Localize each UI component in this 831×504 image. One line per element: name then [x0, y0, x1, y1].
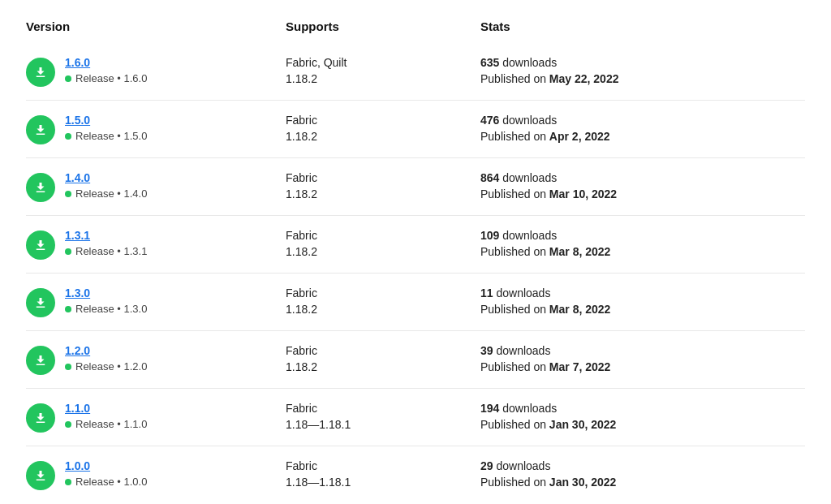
download-icon[interactable] — [26, 58, 55, 87]
table-row: 1.3.0 Release • 1.3.0 Fabric 1.18.2 11 d… — [26, 274, 805, 331]
version-tag: Release • 1.0.0 — [65, 476, 147, 488]
stats-cell: 39 downloads Published on Mar 7, 2022 — [480, 344, 805, 373]
download-icon[interactable] — [26, 230, 55, 260]
supports-name: Fabric — [286, 229, 480, 242]
supports-version: 1.18.2 — [286, 187, 480, 200]
version-number[interactable]: 1.3.1 — [65, 229, 147, 242]
table-row: 1.0.0 Release • 1.0.0 Fabric 1.18—1.18.1… — [26, 446, 805, 503]
stats-cell: 11 downloads Published on Mar 8, 2022 — [480, 286, 805, 316]
published-date: Published on Apr 2, 2022 — [480, 130, 805, 143]
version-number[interactable]: 1.4.0 — [65, 171, 147, 184]
version-cell: 1.0.0 Release • 1.0.0 — [26, 459, 286, 490]
published-date: Published on Jan 30, 2022 — [480, 418, 805, 431]
table-row: 1.1.0 Release • 1.1.0 Fabric 1.18—1.18.1… — [26, 389, 805, 446]
stats-cell: 476 downloads Published on Apr 2, 2022 — [480, 114, 805, 143]
version-tag: Release • 1.5.0 — [65, 130, 147, 142]
stats-cell: 864 downloads Published on Mar 10, 2022 — [480, 171, 805, 200]
stats-cell: 29 downloads Published on Jan 30, 2022 — [480, 459, 805, 489]
version-info: 1.1.0 Release • 1.1.0 — [65, 402, 147, 430]
supports-version: 1.18.2 — [286, 360, 480, 373]
version-number[interactable]: 1.0.0 — [65, 459, 147, 472]
download-icon[interactable] — [26, 346, 55, 375]
version-tag: Release • 1.4.0 — [65, 187, 147, 200]
supports-version: 1.18.2 — [286, 130, 480, 143]
version-info: 1.3.0 Release • 1.3.0 — [65, 286, 147, 315]
version-cell: 1.1.0 Release • 1.1.0 — [26, 402, 286, 433]
downloads-count: 864 downloads — [480, 171, 805, 184]
download-icon[interactable] — [26, 173, 55, 202]
downloads-count: 635 downloads — [480, 56, 805, 69]
download-icon[interactable] — [26, 461, 55, 490]
supports-name: Fabric — [286, 344, 480, 357]
version-tag: Release • 1.3.0 — [65, 303, 147, 315]
version-tag: Release • 1.2.0 — [65, 360, 147, 373]
version-cell: 1.3.1 Release • 1.3.1 — [26, 229, 286, 260]
release-dot — [65, 191, 71, 197]
version-number[interactable]: 1.2.0 — [65, 344, 147, 357]
table-row: 1.2.0 Release • 1.2.0 Fabric 1.18.2 39 d… — [26, 331, 805, 389]
version-info: 1.3.1 Release • 1.3.1 — [65, 229, 147, 257]
version-cell: 1.4.0 Release • 1.4.0 — [26, 171, 286, 202]
download-icon[interactable] — [26, 288, 55, 317]
supports-name: Fabric, Quilt — [286, 56, 480, 69]
supports-cell: Fabric, Quilt 1.18.2 — [286, 56, 480, 85]
version-number[interactable]: 1.1.0 — [65, 402, 147, 415]
release-dot — [65, 248, 71, 255]
version-column-header: Version — [26, 19, 286, 33]
download-icon[interactable] — [26, 115, 55, 144]
supports-cell: Fabric 1.18.2 — [286, 114, 480, 143]
supports-version: 1.18.2 — [286, 72, 480, 85]
published-date: Published on Mar 8, 2022 — [480, 303, 805, 316]
downloads-count: 109 downloads — [480, 229, 805, 242]
table-row: 1.3.1 Release • 1.3.1 Fabric 1.18.2 109 … — [26, 216, 805, 274]
downloads-count: 11 downloads — [480, 286, 805, 299]
release-dot — [65, 306, 71, 312]
version-tag: Release • 1.1.0 — [65, 418, 147, 430]
version-number[interactable]: 1.3.0 — [65, 286, 147, 299]
supports-cell: Fabric 1.18.2 — [286, 229, 480, 258]
published-date: Published on Mar 7, 2022 — [480, 360, 805, 373]
supports-version: 1.18.2 — [286, 245, 480, 258]
supports-cell: Fabric 1.18.2 — [286, 344, 480, 373]
table-body: 1.6.0 Release • 1.6.0 Fabric, Quilt 1.18… — [26, 43, 805, 503]
download-icon[interactable] — [26, 403, 55, 433]
version-number[interactable]: 1.6.0 — [65, 56, 147, 69]
version-cell: 1.3.0 Release • 1.3.0 — [26, 286, 286, 317]
version-cell: 1.6.0 Release • 1.6.0 — [26, 56, 286, 87]
supports-version: 1.18—1.18.1 — [286, 418, 480, 431]
version-tag: Release • 1.6.0 — [65, 72, 147, 84]
supports-cell: Fabric 1.18—1.18.1 — [286, 459, 480, 489]
table-header: Version Supports Stats — [26, 19, 805, 43]
supports-column-header: Supports — [286, 19, 480, 33]
supports-version: 1.18—1.18.1 — [286, 476, 480, 489]
table-row: 1.6.0 Release • 1.6.0 Fabric, Quilt 1.18… — [26, 43, 805, 101]
supports-name: Fabric — [286, 171, 480, 184]
release-dot — [65, 364, 71, 370]
table-row: 1.5.0 Release • 1.5.0 Fabric 1.18.2 476 … — [26, 101, 805, 158]
downloads-count: 39 downloads — [480, 344, 805, 357]
version-cell: 1.5.0 Release • 1.5.0 — [26, 114, 286, 144]
stats-cell: 194 downloads Published on Jan 30, 2022 — [480, 402, 805, 431]
release-dot — [65, 421, 71, 428]
version-number[interactable]: 1.5.0 — [65, 114, 147, 127]
version-info: 1.4.0 Release • 1.4.0 — [65, 171, 147, 200]
stats-column-header: Stats — [480, 19, 805, 33]
supports-name: Fabric — [286, 459, 480, 472]
supports-name: Fabric — [286, 114, 480, 127]
downloads-count: 194 downloads — [480, 402, 805, 415]
release-dot — [65, 133, 71, 140]
downloads-count: 476 downloads — [480, 114, 805, 127]
version-info: 1.0.0 Release • 1.0.0 — [65, 459, 147, 488]
version-tag: Release • 1.3.1 — [65, 245, 147, 257]
version-info: 1.6.0 Release • 1.6.0 — [65, 56, 147, 84]
release-dot — [65, 479, 71, 485]
supports-name: Fabric — [286, 402, 480, 415]
release-dot — [65, 75, 71, 82]
downloads-count: 29 downloads — [480, 459, 805, 472]
table-row: 1.4.0 Release • 1.4.0 Fabric 1.18.2 864 … — [26, 158, 805, 216]
published-date: Published on May 22, 2022 — [480, 72, 805, 85]
published-date: Published on Mar 8, 2022 — [480, 245, 805, 258]
version-info: 1.2.0 Release • 1.2.0 — [65, 344, 147, 373]
stats-cell: 109 downloads Published on Mar 8, 2022 — [480, 229, 805, 258]
published-date: Published on Mar 10, 2022 — [480, 187, 805, 200]
